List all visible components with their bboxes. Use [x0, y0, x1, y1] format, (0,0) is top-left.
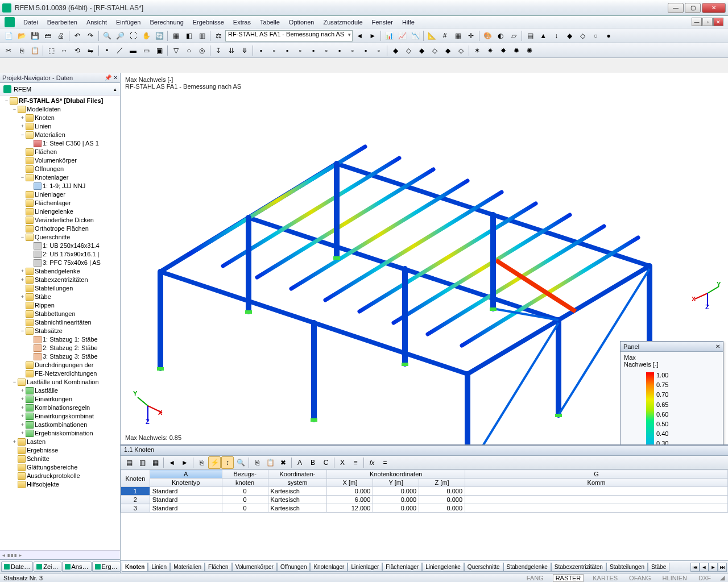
tb-print-icon[interactable]: 🖨: [55, 30, 67, 42]
close-button[interactable]: ✕: [702, 3, 726, 13]
tb2-y4-icon[interactable]: ◇: [428, 44, 441, 57]
tb2-x10-icon[interactable]: ▫: [373, 44, 385, 57]
tb2-mirror-icon[interactable]: ⇋: [84, 44, 97, 57]
tb2-x9-icon[interactable]: ▪: [359, 44, 372, 57]
tb2-x5-icon[interactable]: ▪: [307, 44, 320, 57]
panel-close-icon[interactable]: ✕: [715, 343, 720, 350]
navigator-root[interactable]: RFEM ▴: [0, 83, 120, 95]
resize-grip-icon[interactable]: ◢: [720, 574, 725, 581]
tb2-x7-icon[interactable]: ▪: [333, 44, 346, 57]
tb-misc3-icon[interactable]: ○: [589, 30, 602, 42]
menu-zusatzmodule[interactable]: Zusatzmodule: [320, 18, 367, 27]
tt-del-icon[interactable]: ✖: [277, 456, 289, 469]
tb2-y6-icon[interactable]: ◇: [454, 44, 467, 57]
tree-node[interactable]: 2: UB 175x90x16.1 |: [0, 250, 120, 259]
table-tab[interactable]: Liniengelenke: [422, 563, 464, 572]
tb2-rel-icon[interactable]: ◎: [196, 44, 208, 57]
tt-csv-icon[interactable]: ≡: [349, 456, 362, 469]
tree-node[interactable]: −Materialien: [0, 131, 120, 139]
menu-datei[interactable]: Datei: [19, 18, 42, 27]
table-tab[interactable]: Stabteilungen: [606, 563, 648, 572]
tb-load-icon[interactable]: ↓: [550, 30, 562, 42]
tb2-z2-icon[interactable]: ✷: [484, 44, 497, 57]
tree-node[interactable]: Flächen: [0, 148, 120, 156]
tb2-x2-icon[interactable]: ▫: [268, 44, 280, 57]
tb2-x3-icon[interactable]: ▪: [281, 44, 293, 57]
tree-node[interactable]: +Knoten: [0, 114, 120, 122]
3d-viewport[interactable]: Max Nachweis [-] RF-STAHL AS FA1 - Bemes…: [121, 73, 728, 444]
tb-views-icon[interactable]: ▦: [169, 30, 182, 42]
pin-icon[interactable]: 📌 ✕: [105, 74, 118, 81]
tb2-x8-icon[interactable]: ▫: [346, 44, 359, 57]
tab-last-icon[interactable]: ⏭: [718, 563, 727, 572]
tt-save-icon[interactable]: ▦: [149, 456, 162, 469]
nav-tab-daten[interactable]: Date…: [1, 562, 33, 572]
tb2-x4-icon[interactable]: ▫: [294, 44, 307, 57]
table-tab[interactable]: Linien: [148, 563, 170, 572]
tb-misc4-icon[interactable]: ●: [602, 30, 615, 42]
tree-node[interactable]: +Einwirkungen: [0, 395, 120, 404]
tt-go-icon[interactable]: ⎘: [195, 456, 208, 469]
tree-node[interactable]: Volumenkörper: [0, 156, 120, 165]
tb2-f1-icon[interactable]: ↧: [212, 44, 225, 57]
tb2-x1-icon[interactable]: ▪: [255, 44, 267, 57]
snap-raster[interactable]: RASTER: [553, 574, 584, 582]
table-tab[interactable]: Flächen: [205, 563, 232, 572]
tt-filter-icon[interactable]: ⚡: [208, 456, 221, 469]
tree-node[interactable]: 3: Stabzug 3: Stäbe: [0, 352, 120, 361]
menu-ansicht[interactable]: Ansicht: [82, 18, 111, 27]
tree-node[interactable]: −Lastfälle und Kombination: [0, 378, 120, 386]
tb2-z1-icon[interactable]: ✶: [471, 44, 483, 57]
tt-a-icon[interactable]: A: [293, 456, 306, 469]
tb2-paste-icon[interactable]: 📋: [28, 44, 41, 57]
tree-node[interactable]: +Stabexzentrizitäten: [0, 276, 120, 284]
tt-sort-icon[interactable]: ↕: [221, 456, 234, 469]
table-tab[interactable]: Flächenlager: [382, 563, 422, 572]
tt-xl-icon[interactable]: X: [336, 456, 349, 469]
maximize-button[interactable]: ▢: [685, 3, 701, 13]
tree-node[interactable]: FE-Netzverdichtungen: [0, 369, 120, 378]
tb-grid-icon[interactable]: ▦: [452, 30, 464, 42]
tree-node[interactable]: +Lastkombinationen: [0, 421, 120, 429]
tb2-solid-icon[interactable]: ▣: [153, 44, 166, 57]
table-tab[interactable]: Öffnungen: [277, 563, 311, 572]
tb2-f3-icon[interactable]: ⤋: [238, 44, 251, 57]
tb-save-icon[interactable]: 💾: [28, 30, 41, 42]
tt-prev-icon[interactable]: ◄: [166, 456, 178, 469]
tree-node[interactable]: −Knotenlager: [0, 173, 120, 182]
tree-project[interactable]: − RF-STAHL AS* [Dlubal Files]: [0, 97, 120, 105]
tb-dim-icon[interactable]: 📐: [425, 30, 438, 42]
snap-ofang[interactable]: OFANG: [627, 575, 653, 581]
tt-b-icon[interactable]: B: [307, 456, 319, 469]
tb-zoom-icon[interactable]: 🔍: [101, 30, 113, 42]
table-tab[interactable]: Querschnitte: [464, 563, 503, 572]
tb-wire-icon[interactable]: ▱: [507, 30, 520, 42]
tree-node[interactable]: Öffnungen: [0, 165, 120, 173]
tree-node[interactable]: 1: Stabzug 1: Stäbe: [0, 335, 120, 344]
menu-ergebnisse[interactable]: Ergebnisse: [189, 18, 228, 27]
tree-node[interactable]: Flächenlager: [0, 199, 120, 207]
tb-shade-icon[interactable]: ◐: [494, 30, 507, 42]
snap-kartes[interactable]: KARTES: [590, 575, 620, 581]
tt-paste-icon[interactable]: 📋: [264, 456, 276, 469]
tree-node[interactable]: 1: Steel C350 | AS 1: [0, 139, 120, 148]
menu-optionen[interactable]: Optionen: [285, 18, 318, 27]
tree-node[interactable]: Glättungsbereiche: [0, 463, 120, 472]
tree-node[interactable]: Linienlager: [0, 190, 120, 199]
data-grid[interactable]: Knoten A Bezugs- Koordinaten- Knotenkoor…: [121, 469, 728, 560]
tb2-y3-icon[interactable]: ◆: [415, 44, 428, 57]
table-tab[interactable]: Volumenkörper: [232, 563, 277, 572]
tb-axis-icon[interactable]: ✛: [465, 30, 477, 42]
tb-misc2-icon[interactable]: ◇: [576, 30, 589, 42]
tt-copy-icon[interactable]: ⎘: [251, 456, 263, 469]
menu-einfuegen[interactable]: Einfügen: [112, 18, 144, 27]
tt-open-icon[interactable]: ▥: [136, 456, 148, 469]
loadcase-combo[interactable]: RF-STAHL AS FA1 - Bemessung nach AS: [225, 30, 353, 41]
tb2-z5-icon[interactable]: ✺: [523, 44, 536, 57]
scroll-up-icon[interactable]: ▴: [114, 86, 117, 92]
nav-tab-ergebnisse[interactable]: Erg…: [92, 562, 121, 572]
tree-node[interactable]: Liniengelenke: [0, 207, 120, 216]
tree-node[interactable]: −Stabsätze: [0, 327, 120, 335]
tree-node[interactable]: Orthotrope Flächen: [0, 225, 120, 233]
tree-node[interactable]: +Stabendgelenke: [0, 267, 120, 276]
